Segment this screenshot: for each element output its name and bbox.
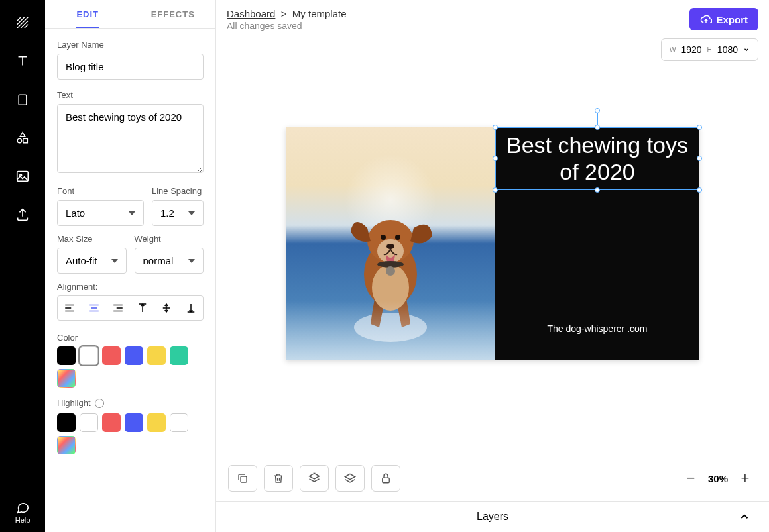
selected-text-layer[interactable]: Best chewing toys of 2020 (495, 127, 699, 191)
main-area: Dashboard > My template All changes save… (216, 0, 769, 532)
font-label: Font (57, 186, 144, 196)
hl-swatch-red[interactable] (102, 413, 121, 432)
swatch-yellow[interactable] (147, 346, 166, 365)
canvas-title-text: Best chewing toys of 2020 (503, 132, 692, 186)
svg-rect-3 (17, 172, 29, 182)
canvas-subtitle-text: The dog-whisperer .com (548, 323, 648, 334)
text-label: Text (57, 90, 204, 100)
zoom-in-button[interactable]: + (733, 466, 757, 491)
svg-point-12 (386, 244, 394, 249)
max-size-label: Max Size (57, 234, 127, 244)
zoom-value: 30% (703, 473, 733, 484)
zoom-controls: − 30% + (679, 466, 757, 491)
align-bottom-button[interactable] (179, 296, 204, 320)
font-select[interactable]: Lato (57, 200, 144, 226)
svg-rect-0 (19, 95, 27, 105)
tab-effects[interactable]: EFFECTS (131, 0, 216, 28)
hl-swatch-yellow[interactable] (147, 413, 166, 432)
breadcrumb-dashboard-link[interactable]: Dashboard (227, 8, 275, 19)
weight-select[interactable]: normal (135, 248, 204, 274)
properties-panel: EDIT EFFECTS Layer Name Text Best chewin… (45, 0, 216, 532)
rectangle-icon[interactable] (9, 86, 36, 113)
svg-rect-15 (241, 476, 247, 482)
chevron-up-icon (739, 511, 750, 523)
swatch-white[interactable] (80, 346, 98, 365)
breadcrumb-current: My template (292, 8, 347, 19)
swatch-black[interactable] (57, 346, 76, 365)
layer-up-button[interactable] (300, 465, 329, 492)
help-label: Help (15, 516, 30, 524)
swatch-teal[interactable] (170, 346, 188, 365)
swatch-picker[interactable] (57, 369, 76, 388)
hl-swatch-none[interactable] (170, 413, 188, 432)
color-label: Color (57, 333, 204, 343)
layers-label: Layers (477, 511, 508, 523)
alignment-group (57, 295, 204, 321)
upload-icon[interactable] (9, 201, 36, 228)
align-middle-button[interactable] (154, 296, 179, 320)
svg-point-11 (395, 235, 400, 240)
hl-swatch-picker[interactable] (57, 436, 76, 454)
align-left-button[interactable] (58, 296, 82, 320)
highlight-label: Highlight i (57, 398, 204, 408)
align-center-button[interactable] (82, 296, 107, 320)
export-button[interactable]: Export (689, 8, 758, 30)
align-top-button[interactable] (131, 296, 155, 320)
layers-toggle[interactable]: Layers (216, 501, 769, 532)
tab-edit[interactable]: EDIT (45, 0, 131, 28)
chat-icon (15, 500, 30, 515)
layer-name-input[interactable] (57, 54, 204, 80)
panel-tabs: EDIT EFFECTS (45, 0, 215, 29)
svg-point-10 (381, 235, 386, 240)
lock-button[interactable] (371, 465, 400, 492)
help-button[interactable]: Help (15, 500, 30, 524)
info-icon[interactable]: i (95, 399, 104, 408)
align-right-button[interactable] (106, 296, 131, 320)
swatch-blue[interactable] (125, 346, 143, 365)
alignment-label: Alignment: (57, 282, 204, 292)
zoom-out-button[interactable]: − (679, 466, 703, 491)
svg-rect-2 (23, 138, 27, 142)
max-size-select[interactable]: Auto-fit (57, 248, 127, 274)
layer-down-button[interactable] (335, 465, 365, 492)
template-text-panel: Best chewing toys of 2020 The dog-whispe… (495, 127, 699, 360)
breadcrumb: Dashboard > My template (227, 8, 347, 19)
color-swatches (57, 346, 204, 388)
hl-swatch-black[interactable] (57, 413, 76, 432)
hl-swatch-blue[interactable] (125, 413, 143, 432)
delete-button[interactable] (264, 465, 293, 492)
duplicate-button[interactable] (228, 465, 257, 492)
layer-name-label: Layer Name (57, 40, 204, 50)
hl-swatch-white[interactable] (80, 413, 98, 432)
topbar: Dashboard > My template All changes save… (216, 0, 769, 31)
svg-rect-16 (383, 478, 390, 483)
text-input[interactable]: Best chewing toys of 2020 (57, 104, 204, 173)
line-spacing-select[interactable]: 1.2 (152, 200, 204, 226)
line-spacing-label: Line Spacing (152, 186, 204, 196)
canvas[interactable]: Best chewing toys of 2020 The dog-whispe… (216, 31, 769, 456)
svg-point-1 (17, 138, 21, 142)
text-icon[interactable] (9, 48, 36, 74)
save-status: All changes saved (227, 21, 347, 31)
image-icon[interactable] (9, 163, 36, 189)
left-rail: Help (0, 0, 45, 532)
weight-label: Weight (135, 234, 204, 244)
template-preview[interactable]: Best chewing toys of 2020 The dog-whispe… (286, 127, 699, 360)
bottom-toolbar: − 30% + (216, 456, 769, 501)
highlight-swatches (57, 413, 204, 454)
svg-point-14 (386, 266, 395, 276)
cloud-upload-icon (700, 13, 712, 25)
swatch-red[interactable] (102, 346, 121, 365)
texture-icon[interactable] (9, 9, 36, 36)
shapes-icon[interactable] (9, 125, 36, 151)
template-image (286, 127, 495, 360)
